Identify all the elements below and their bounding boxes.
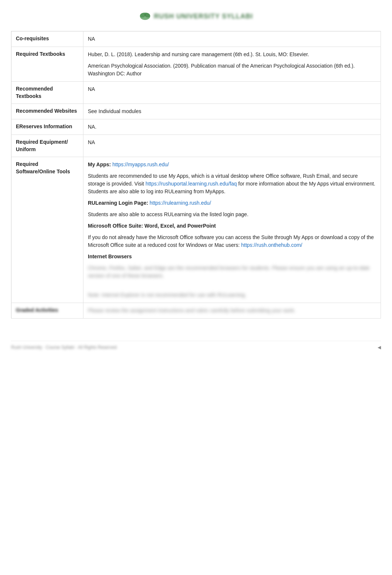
page-wrapper: RUSH UNIVERSITY SYLLABI Co-requisites NA… bbox=[0, 0, 392, 368]
ms-office-para: If you do not already have the Microsoft… bbox=[88, 234, 376, 249]
table-row-recommended-textbooks: Recommended Textbooks NA bbox=[11, 82, 381, 104]
footer-nav[interactable]: ◀ bbox=[378, 345, 381, 350]
content-graded-activities: Please review the assignment instruction… bbox=[83, 303, 381, 319]
label-required-textbooks: Required Textbooks bbox=[11, 47, 83, 82]
textbook-2: American Psychological Association. (200… bbox=[88, 62, 376, 78]
label-software-tools: Required Software/Online Tools bbox=[11, 157, 83, 303]
rulearning-label: RULearning Login Page: bbox=[88, 200, 149, 206]
logo-icon bbox=[139, 10, 151, 22]
content-recommended-websites: See Individual modules bbox=[83, 104, 381, 119]
content-software-tools: My Apps: https://myapps.rush.edu/ Studen… bbox=[83, 157, 381, 303]
content-ereserves: NA. bbox=[83, 119, 381, 135]
footer-text: Rush University · Course Syllabi · All R… bbox=[11, 345, 117, 350]
my-apps-label: My Apps: bbox=[88, 161, 112, 167]
header-title: RUSH UNIVERSITY SYLLABI bbox=[154, 13, 253, 20]
internet-browsers-title: Internet Browsers bbox=[88, 253, 376, 261]
rulearning-link[interactable]: https://rulearning.rush.edu/ bbox=[149, 200, 211, 206]
label-recommended-textbooks: Recommended Textbooks bbox=[11, 82, 83, 104]
course-info-table: Co-requisites NA Required Textbooks Hube… bbox=[11, 31, 381, 319]
label-recommended-websites: Recommended Websites bbox=[11, 104, 83, 119]
rulearning-line: RULearning Login Page: https://rulearnin… bbox=[88, 199, 376, 207]
rulearning-access-para: Students are also able to access RULearn… bbox=[88, 211, 376, 218]
onthehub-link[interactable]: https://rush.onthehub.com/ bbox=[241, 242, 302, 248]
internet-browsers-para1: Chrome, Firefox, Safari, and Edge are th… bbox=[88, 264, 376, 280]
table-row-required-textbooks: Required Textbooks Huber, D. L. (2018). … bbox=[11, 47, 381, 82]
my-apps-link[interactable]: https://myapps.rush.edu/ bbox=[112, 161, 169, 167]
header-bar: RUSH UNIVERSITY SYLLABI bbox=[11, 7, 381, 25]
table-row-ereserves: EReserves Information NA. bbox=[11, 119, 381, 135]
label-equipment-uniform: Required Equipment/ Uniform bbox=[11, 135, 83, 157]
table-row-corequisites: Co-requisites NA bbox=[11, 31, 381, 47]
footer-bar: Rush University · Course Syllabi · All R… bbox=[11, 341, 381, 354]
content-required-textbooks: Huber, D. L. (2018). Leadership and nurs… bbox=[83, 47, 381, 82]
label-ereserves: EReserves Information bbox=[11, 119, 83, 135]
myapps-description: Students are recommended to use My Apps,… bbox=[88, 172, 376, 195]
label-corequisites: Co-requisites bbox=[11, 31, 83, 47]
textbook-1: Huber, D. L. (2018). Leadership and nurs… bbox=[88, 51, 376, 58]
ms-office-title: Microsoft Office Suite: Word, Excel, and… bbox=[88, 222, 376, 230]
my-apps-line: My Apps: https://myapps.rush.edu/ bbox=[88, 161, 376, 169]
header-logo-area: RUSH UNIVERSITY SYLLABI bbox=[139, 10, 253, 22]
rushuportal-link[interactable]: https://rushuportal.learning.rush.edu/fa… bbox=[145, 181, 237, 187]
content-equipment-uniform: NA bbox=[83, 135, 381, 157]
table-row-software-tools: Required Software/Online Tools My Apps: … bbox=[11, 157, 381, 303]
internet-browsers-para2: Note: Internet Explorer is not recommend… bbox=[88, 291, 376, 299]
table-row-graded-activities: Graded Activities Please review the assi… bbox=[11, 303, 381, 319]
table-row-recommended-websites: Recommended Websites See Individual modu… bbox=[11, 104, 381, 119]
table-row-equipment-uniform: Required Equipment/ Uniform NA bbox=[11, 135, 381, 157]
content-recommended-textbooks: NA bbox=[83, 82, 381, 104]
label-graded-activities: Graded Activities bbox=[11, 303, 83, 319]
content-corequisites: NA bbox=[83, 31, 381, 47]
